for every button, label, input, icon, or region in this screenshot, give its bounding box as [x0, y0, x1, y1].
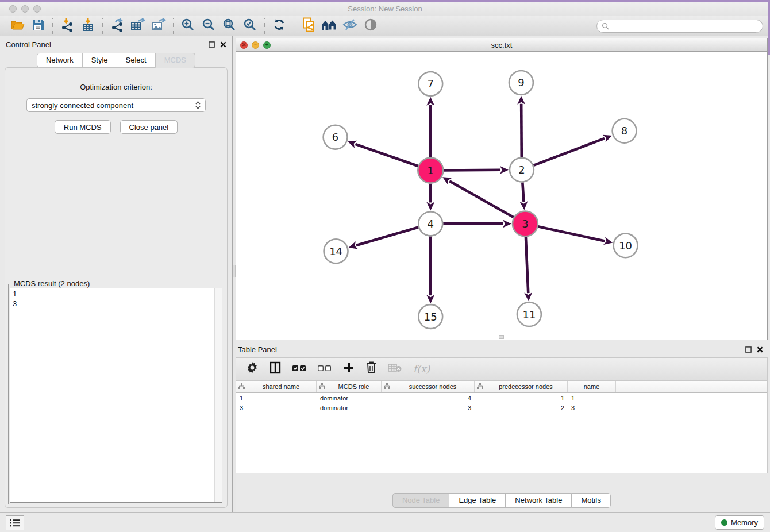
column-header-predecessor-nodes[interactable]: predecessor nodes [475, 381, 568, 392]
column-header-MCDS-role[interactable]: MCDS role [317, 381, 382, 392]
graph-node-7[interactable]: 7 [418, 72, 442, 96]
edge-2-9[interactable] [521, 104, 522, 157]
tab-network[interactable]: Network [37, 53, 83, 68]
network-canvas[interactable]: 7968124314101511 [236, 52, 767, 340]
graph-node-6[interactable]: 6 [324, 125, 348, 149]
search-input[interactable] [612, 22, 758, 30]
cell-name[interactable]: 1 [568, 395, 616, 402]
open-file-button[interactable] [7, 18, 28, 34]
import-table-button[interactable] [78, 18, 98, 34]
search-box[interactable] [596, 20, 763, 33]
graph-node-14[interactable]: 14 [324, 239, 348, 263]
export-table-button[interactable] [128, 18, 148, 34]
table-settings-gear-button[interactable] [247, 362, 258, 376]
column-header-successor-nodes[interactable]: successor nodes [382, 381, 475, 392]
save-session-icon [32, 18, 44, 33]
show-graphics-details-button[interactable] [360, 18, 381, 34]
column-header-name[interactable]: name [568, 381, 616, 392]
edge-2-8[interactable] [533, 138, 605, 165]
graph-node-1[interactable]: 1 [418, 158, 443, 183]
graph-node-2[interactable]: 2 [510, 158, 534, 182]
cell-successor-nodes[interactable]: 3 [382, 404, 475, 411]
network-overview-button[interactable] [319, 18, 340, 34]
tab-motifs[interactable]: Motifs [571, 493, 611, 508]
cell-shared-name[interactable]: 1 [236, 395, 317, 402]
graph-node-10[interactable]: 10 [614, 233, 638, 257]
graph-node-11[interactable]: 11 [517, 302, 541, 326]
hierarchy-icon [319, 383, 325, 391]
node-label: 9 [518, 76, 524, 88]
graph-node-4[interactable]: 4 [418, 211, 442, 236]
cell-name[interactable]: 3 [568, 404, 616, 411]
save-session-button[interactable] [28, 18, 48, 34]
column-header-shared-name[interactable]: shared name [236, 381, 317, 392]
criterion-dropdown[interactable]: strongly connected component [26, 98, 206, 112]
cell-predecessor-nodes[interactable]: 1 [475, 395, 568, 402]
cell-MCDS-role[interactable]: dominator [317, 395, 382, 402]
table-row[interactable]: 3dominator323 [236, 403, 767, 413]
graph-node-15[interactable]: 15 [418, 304, 442, 329]
export-image-button[interactable] [148, 18, 169, 34]
toolbar-separator [294, 18, 294, 34]
network-graph[interactable]: 7968124314101511 [236, 52, 767, 340]
zoom-in-button[interactable] [178, 18, 198, 34]
optimization-criterion-label: Optimization criterion: [5, 83, 227, 91]
table-row[interactable]: 1dominator411 [236, 393, 767, 403]
cell-successor-nodes[interactable]: 4 [382, 395, 475, 402]
tab-mcds[interactable]: MCDS [155, 53, 195, 68]
edge-2-3[interactable] [522, 183, 523, 202]
edge-3-1[interactable] [449, 181, 514, 217]
import-network-button[interactable] [57, 18, 78, 34]
edge-3-11[interactable] [526, 237, 528, 293]
node-label: 4 [428, 218, 434, 230]
window-resize-handle[interactable] [499, 335, 504, 339]
network-window-titlebar[interactable]: ✕ − + scc.txt [236, 38, 767, 52]
mcds-result-text[interactable]: 13 [10, 288, 222, 503]
tab-select[interactable]: Select [117, 53, 156, 68]
column-visibility-icon [270, 361, 281, 376]
list-icon [10, 519, 20, 527]
cell-MCDS-role[interactable]: dominator [317, 404, 382, 411]
cell-shared-name[interactable]: 3 [236, 404, 317, 411]
memory-button[interactable]: Memory [715, 515, 764, 530]
show-graphics-details-icon [364, 18, 378, 33]
select-all-checkboxes-icon [292, 364, 306, 374]
add-column-button[interactable] [343, 362, 355, 376]
paste-network-button[interactable] [298, 18, 319, 34]
edge-1-2[interactable] [444, 170, 500, 171]
tab-edge-table[interactable]: Edge Table [449, 493, 506, 508]
cell-predecessor-nodes[interactable]: 2 [475, 404, 568, 411]
node-table: shared nameMCDS rolesuccessor nodesprede… [236, 380, 768, 473]
result-scrollbar[interactable] [214, 288, 222, 502]
edge-1-6[interactable] [355, 144, 418, 166]
zoom-selected-button[interactable] [240, 18, 260, 34]
tab-network-table[interactable]: Network Table [505, 493, 572, 508]
float-table-panel-icon[interactable] [745, 346, 752, 353]
delete-column-button[interactable] [366, 361, 376, 376]
column-visibility-button[interactable] [270, 361, 281, 376]
zoom-out-button[interactable] [198, 18, 219, 34]
select-all-checkboxes-button[interactable] [292, 364, 306, 374]
function-builder-icon: f(x) [413, 363, 430, 375]
close-table-panel-icon[interactable] [757, 346, 763, 353]
export-network-button[interactable] [107, 18, 128, 34]
float-panel-icon[interactable] [209, 41, 215, 48]
deselect-all-checkboxes-button[interactable] [318, 364, 332, 374]
run-mcds-button[interactable]: Run MCDS [55, 120, 111, 134]
close-panel-icon[interactable] [220, 41, 226, 48]
graph-node-3[interactable]: 3 [513, 211, 538, 236]
window-title: Session: New Session [0, 5, 770, 13]
hide-graphics-details-button[interactable] [340, 18, 360, 34]
refresh-view-button[interactable] [269, 18, 290, 34]
edge-4-14[interactable] [356, 228, 418, 245]
tab-style[interactable]: Style [82, 53, 117, 68]
memory-status-dot [721, 519, 727, 526]
tab-node-table[interactable]: Node Table [392, 493, 450, 508]
edge-3-10[interactable] [538, 226, 605, 241]
close-panel-button[interactable]: Close panel [120, 120, 178, 134]
zoom-fit-button[interactable] [219, 18, 240, 34]
search-icon [602, 22, 609, 30]
graph-node-8[interactable]: 8 [613, 119, 637, 143]
graph-node-9[interactable]: 9 [509, 71, 533, 95]
task-history-button[interactable] [6, 515, 24, 530]
